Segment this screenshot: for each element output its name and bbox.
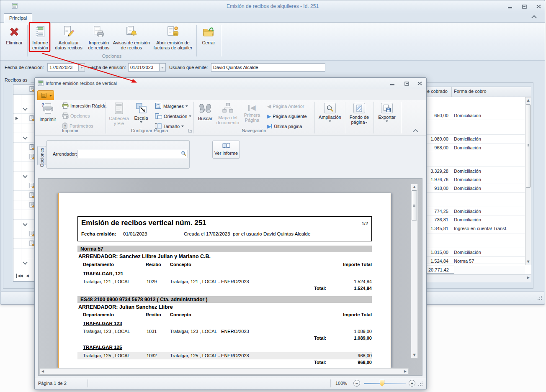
search-icon[interactable] (180, 151, 187, 157)
app-menu-button[interactable] (37, 90, 54, 100)
zoom-out-button[interactable]: − (353, 380, 360, 387)
minimize-icon[interactable] (505, 3, 515, 10)
grid-row[interactable] (13, 249, 34, 258)
pagina-anterior-button[interactable]: ◀ Página Anterior (266, 102, 305, 110)
scroll-left-icon[interactable]: ◀ (41, 369, 44, 373)
emission-date-field[interactable]: 01/01/2023 (128, 63, 160, 72)
fondo-pagina-button[interactable]: Fondo de página (348, 101, 371, 134)
table-vertical-scrollbar[interactable]: ▲ ▼ (525, 97, 531, 265)
table-row[interactable] (426, 120, 525, 134)
abrir-facturas-button[interactable]: Abrir emisión de facturas de alquiler (151, 24, 195, 58)
ver-informe-button[interactable]: Ver informe (212, 141, 240, 159)
col-importe-cobrado[interactable]: e cobrado (427, 89, 448, 94)
impresion-rapida-button[interactable]: Impresión Rápida (61, 102, 108, 110)
restore-icon[interactable] (402, 80, 411, 87)
grid-group-row[interactable] (13, 258, 34, 268)
scroll-up-icon[interactable]: ▲ (411, 184, 417, 190)
grid-row[interactable] (13, 191, 34, 200)
grid-group-row[interactable] (13, 172, 34, 181)
grid-row[interactable] (13, 229, 34, 239)
prev-record-icon[interactable]: ◀ (26, 274, 28, 278)
ribbon-collapse-icon[interactable] (532, 15, 536, 20)
main-titlebar[interactable]: Emisión de recibos de alquileres - Id. 2… (0, 0, 545, 12)
dialog-titlebar[interactable]: Informe emisión recibos de vertical (35, 78, 426, 90)
grid-row[interactable] (13, 239, 34, 249)
total-amount-cell[interactable]: 20.771,42 (427, 266, 454, 274)
grid-row[interactable] (13, 143, 34, 152)
creation-date-dropdown[interactable] (79, 63, 85, 72)
chevron-down-icon[interactable] (23, 221, 27, 226)
table-row[interactable]: 1.524,84Norma 57 (426, 257, 525, 264)
scroll-down-icon[interactable]: ▼ (411, 353, 417, 358)
scrollbar-thumb[interactable] (412, 190, 417, 220)
close-icon[interactable] (415, 80, 424, 87)
minimize-icon[interactable] (388, 80, 397, 87)
chevron-down-icon[interactable] (23, 260, 27, 264)
toolbar-collapse-icon[interactable] (414, 129, 417, 134)
grid-row[interactable] (13, 123, 34, 133)
table-row[interactable]: 774,25Domiciliación (426, 207, 525, 215)
zoom-slider-track[interactable] (364, 383, 406, 384)
emission-date-dropdown[interactable] (160, 63, 166, 72)
zoom-slider-thumb[interactable] (380, 380, 384, 387)
exportar-button[interactable]: Exportar (376, 101, 397, 134)
scroll-right-icon[interactable]: ▶ (404, 369, 407, 373)
scroll-right-icon[interactable]: ▶ (527, 276, 530, 279)
close-icon[interactable] (534, 3, 543, 10)
creation-date-field[interactable]: 17/02/2023 (47, 63, 79, 72)
table-row[interactable] (426, 152, 525, 167)
resize-grip-icon[interactable] (538, 296, 542, 300)
grid-row[interactable] (13, 210, 34, 220)
chevron-down-icon[interactable] (23, 106, 27, 110)
chevron-down-icon[interactable] (23, 135, 27, 139)
ampliacion-button[interactable]: Ampliación (318, 101, 342, 134)
grid-group-row[interactable] (13, 133, 34, 143)
tab-principal[interactable]: Principal (4, 13, 32, 23)
table-row[interactable]: 1.089,00Domiciliación (426, 134, 525, 143)
table-row[interactable]: 736,81Domiciliación (426, 215, 525, 224)
scrollbar-thumb[interactable] (526, 104, 531, 188)
table-row[interactable] (426, 233, 525, 248)
grid-header-row[interactable] (13, 85, 34, 95)
table-row[interactable]: 968,00Domiciliación (426, 143, 525, 152)
group-dialog-launcher-icon[interactable] (188, 128, 192, 133)
table-row[interactable]: 1.345,81Ingreso en cuenta/ Transf. (426, 224, 525, 233)
grid-row[interactable] (13, 162, 34, 172)
grid-group-row[interactable] (13, 220, 34, 229)
table-row[interactable]: 1.976,76Domiciliación (426, 175, 525, 184)
table-row[interactable]: 3.329,28Domiciliación (426, 167, 525, 175)
actualizar-datos-button[interactable]: Actualizar datos recibos (52, 24, 85, 58)
margenes-button[interactable]: Márgenes (154, 102, 189, 110)
impresion-recibos-button[interactable]: Impresión de recibos (86, 24, 112, 58)
grid-row[interactable] (13, 200, 34, 210)
resize-grip-icon[interactable] (418, 382, 422, 386)
preview-surface[interactable]: Emisión de recibos vertical núm. 251 1/2… (38, 178, 422, 376)
scroll-up-icon[interactable]: ▲ (525, 98, 531, 103)
scroll-down-icon[interactable]: ▼ (525, 259, 531, 264)
cerrar-button[interactable]: Cerrar (198, 24, 219, 58)
grid-row-selected[interactable] (13, 114, 34, 123)
receipts-table[interactable]: e cobrado Forma de cobro 650,00Domicilia… (426, 87, 531, 282)
grid-row[interactable] (13, 152, 34, 162)
col-forma-cobro[interactable]: Forma de cobro (454, 89, 487, 94)
table-row[interactable] (426, 193, 525, 207)
grid-record-navigator[interactable]: ◀◀ ◀ (13, 267, 34, 281)
pagina-siguiente-button[interactable]: ▶ Página siguiente (266, 112, 308, 120)
avisos-emision-button[interactable]: Avisos de emisión de recibos (113, 24, 150, 58)
preview-vertical-scrollbar[interactable]: ▲ ▼ (411, 184, 418, 359)
table-row[interactable]: 1.815,00Domiciliación (426, 248, 525, 257)
table-row[interactable] (426, 97, 525, 111)
preview-horizontal-scrollbar[interactable]: ◀ ▶ (39, 368, 409, 374)
table-row[interactable]: 650,00Domiciliación (426, 111, 525, 120)
informe-emision-button[interactable]: Informe emisión (30, 24, 51, 58)
table-header[interactable]: e cobrado Forma de cobro (426, 87, 531, 97)
zoom-in-button[interactable]: + (409, 380, 415, 387)
grid-group-row[interactable] (13, 104, 34, 114)
grid-row[interactable] (13, 95, 34, 104)
first-record-icon[interactable]: ◀◀ (16, 274, 23, 278)
arrendador-input[interactable] (77, 150, 188, 158)
receipts-grid[interactable]: ◀◀ ◀ (13, 84, 35, 282)
grid-row[interactable] (13, 181, 34, 191)
table-horizontal-scrollbar[interactable]: ▶ (426, 274, 531, 282)
issuing-user-field[interactable]: David Quintas Alcalde (211, 63, 325, 72)
